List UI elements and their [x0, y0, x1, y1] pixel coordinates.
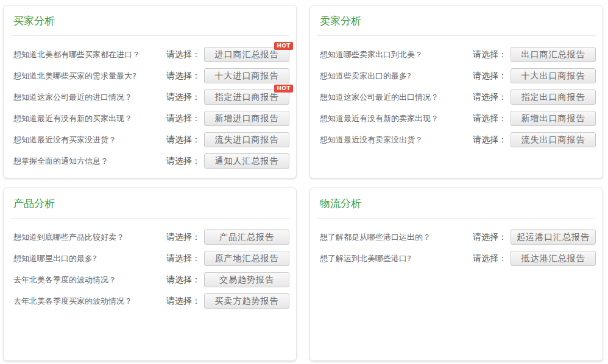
report-button-wrap: 原产地汇总报告 — [204, 251, 289, 266]
report-row: 想了解都是从哪些港口运出的？ 请选择： 起运港口汇总报告 — [317, 226, 596, 248]
report-question: 想知道最近有没有新的买家出现？ — [13, 113, 166, 124]
hot-badge: HOT — [274, 85, 293, 93]
report-button-wrap: 指定出口商报告 — [511, 89, 596, 105]
report-button-wrap: 新增出口商报告 — [511, 111, 596, 126]
report-question: 想了解都是从哪些港口运出的？ — [320, 232, 473, 243]
select-label: 请选择： — [166, 49, 200, 60]
report-button-wrap: 通知人汇总报告 — [204, 153, 289, 169]
report-button[interactable]: 抵达港汇总报告 — [511, 251, 596, 266]
report-button[interactable]: 交易趋势报告 — [204, 272, 289, 287]
panel-rows: 想知道北美都有哪些买家都在进口？ 请选择： 进口商汇总报告 HOT 想知道北美哪… — [10, 44, 289, 172]
select-label: 请选择： — [166, 232, 200, 243]
report-question: 想知道哪些卖家出口到北美？ — [320, 49, 473, 60]
report-button-wrap: 十大出口商报告 — [511, 68, 596, 83]
report-question: 想知道这家公司最近的出口情况？ — [320, 92, 473, 103]
select-label: 请选择： — [166, 275, 200, 285]
report-row: 去年北美各季度的波动情况？ 请选择： 交易趋势报告 — [10, 269, 289, 290]
report-button-wrap: 产品汇总报告 — [204, 229, 289, 245]
report-question: 想知道最近有没有新的卖家出现？ — [320, 113, 473, 124]
report-question: 想了解运到北美哪些港口? — [320, 253, 473, 264]
panel-rows: 想了解都是从哪些港口运出的？ 请选择： 起运港口汇总报告 想了解运到北美哪些港口… — [317, 226, 596, 269]
report-button-wrap: 流失出口商报告 — [511, 132, 596, 147]
panel-rows: 想知道到底哪些产品比较好卖？ 请选择： 产品汇总报告 想知道哪里出口的最多? 请… — [10, 226, 289, 312]
report-question: 想知道最近没有买家没进货？ — [13, 135, 166, 145]
report-question: 想知道哪里出口的最多? — [13, 253, 166, 264]
report-button-wrap: 新增进口商报告 — [204, 111, 289, 126]
report-button-wrap: 交易趋势报告 — [204, 272, 289, 287]
select-label: 请选择： — [166, 156, 200, 167]
report-question: 想知道北美哪些买家的需求量最大? — [13, 71, 166, 82]
select-label: 请选择： — [166, 253, 200, 264]
analysis-panel: 卖家分析 想知道哪些卖家出口到北美？ 请选择： 出口商汇总报告 想知道些卖家出口… — [309, 5, 603, 178]
report-button[interactable]: 十大出口商报告 — [511, 68, 596, 83]
select-label: 请选择： — [473, 113, 507, 124]
report-question: 去年北美各季度的波动情况？ — [13, 275, 166, 285]
report-row: 想知道最近有没有新的买家出现？ 请选择： 新增进口商报告 — [10, 108, 289, 129]
report-row: 想了解运到北美哪些港口? 请选择： 抵达港汇总报告 — [317, 248, 596, 269]
report-button[interactable]: 十大进口商报告 — [204, 68, 289, 83]
panel-title: 卖家分析 — [320, 14, 596, 27]
report-row: 想掌握全面的通知方信息？ 请选择： 通知人汇总报告 — [10, 150, 289, 172]
select-label: 请选择： — [166, 113, 200, 124]
panel-title: 产品分析 — [13, 197, 289, 210]
report-row: 想知道些卖家出口的最多? 请选择： 十大出口商报告 — [317, 65, 596, 86]
report-button[interactable]: 产品汇总报告 — [204, 229, 289, 245]
report-button-wrap: 指定进口商报告 HOT — [204, 89, 289, 105]
select-label: 请选择： — [473, 71, 507, 82]
panel-title: 买家分析 — [13, 14, 289, 27]
select-label: 请选择： — [473, 135, 507, 145]
report-question: 去年北美各季度买家的波动情况？ — [13, 296, 166, 307]
select-label: 请选择： — [166, 71, 200, 82]
panel-rows: 想知道哪些卖家出口到北美？ 请选择： 出口商汇总报告 想知道些卖家出口的最多? … — [317, 44, 596, 150]
select-label: 请选择： — [473, 92, 507, 103]
panel-divider — [317, 35, 596, 36]
report-row: 想知道这家公司最近的出口情况？ 请选择： 指定出口商报告 — [317, 86, 596, 108]
report-row: 想知道最近没有买家没进货？ 请选择： 流失进口商报告 — [10, 129, 289, 150]
panel-divider — [10, 35, 289, 36]
report-question: 想掌握全面的通知方信息？ — [13, 156, 166, 167]
report-button[interactable]: 起运港口汇总报告 — [511, 229, 596, 245]
report-row: 想知道北美哪些买家的需求量最大? 请选择： 十大进口商报告 — [10, 65, 289, 86]
select-label: 请选择： — [166, 296, 200, 307]
report-button[interactable]: 买卖方趋势报告 — [204, 293, 289, 309]
report-button-wrap: 买卖方趋势报告 — [204, 293, 289, 309]
report-question: 想知道些卖家出口的最多? — [320, 71, 473, 82]
report-question: 想知道这家公司最近的进口情况？ — [13, 92, 166, 103]
select-label: 请选择： — [473, 232, 507, 243]
report-button[interactable]: 出口商汇总报告 — [511, 47, 596, 62]
report-row: 想知道哪些卖家出口到北美？ 请选择： 出口商汇总报告 — [317, 44, 596, 65]
report-button[interactable]: 新增出口商报告 — [511, 111, 596, 126]
report-button-wrap: 十大进口商报告 — [204, 68, 289, 83]
analysis-panel: 物流分析 想了解都是从哪些港口运出的？ 请选择： 起运港口汇总报告 想了解运到北… — [309, 187, 603, 361]
select-label: 请选择： — [473, 253, 507, 264]
report-button[interactable]: 通知人汇总报告 — [204, 153, 289, 169]
hot-badge: HOT — [274, 42, 293, 50]
report-row: 想知道北美都有哪些买家都在进口？ 请选择： 进口商汇总报告 HOT — [10, 44, 289, 65]
select-label: 请选择： — [473, 49, 507, 60]
report-row: 想知道这家公司最近的进口情况？ 请选择： 指定进口商报告 HOT — [10, 86, 289, 108]
report-row: 想知道最近有没有新的卖家出现？ 请选择： 新增出口商报告 — [317, 108, 596, 129]
report-button[interactable]: 流失进口商报告 — [204, 132, 289, 147]
report-button[interactable]: 指定出口商报告 — [511, 89, 596, 105]
select-label: 请选择： — [166, 92, 200, 103]
panels-grid: 买家分析 想知道北美都有哪些买家都在进口？ 请选择： 进口商汇总报告 HOT 想… — [3, 5, 603, 361]
report-row: 想知道到底哪些产品比较好卖？ 请选择： 产品汇总报告 — [10, 226, 289, 248]
report-button[interactable]: 流失出口商报告 — [511, 132, 596, 147]
report-button-wrap: 流失进口商报告 — [204, 132, 289, 147]
analysis-panel: 买家分析 想知道北美都有哪些买家都在进口？ 请选择： 进口商汇总报告 HOT 想… — [3, 5, 297, 178]
report-button[interactable]: 原产地汇总报告 — [204, 251, 289, 266]
report-row: 想知道哪里出口的最多? 请选择： 原产地汇总报告 — [10, 248, 289, 269]
report-button-wrap: 抵达港汇总报告 — [511, 251, 596, 266]
report-row: 想知道最近没有卖家没出货？ 请选择： 流失出口商报告 — [317, 129, 596, 150]
report-question: 想知道最近没有卖家没出货？ — [320, 135, 473, 145]
report-question: 想知道到底哪些产品比较好卖？ — [13, 232, 166, 243]
report-question: 想知道北美都有哪些买家都在进口？ — [13, 49, 166, 60]
report-button[interactable]: 新增进口商报告 — [204, 111, 289, 126]
select-label: 请选择： — [166, 135, 200, 145]
analysis-panel: 产品分析 想知道到底哪些产品比较好卖？ 请选择： 产品汇总报告 想知道哪里出口的… — [3, 187, 297, 361]
report-row: 去年北美各季度买家的波动情况？ 请选择： 买卖方趋势报告 — [10, 290, 289, 312]
panel-divider — [317, 218, 596, 219]
report-button-wrap: 进口商汇总报告 HOT — [204, 47, 289, 62]
report-button-wrap: 出口商汇总报告 — [511, 47, 596, 62]
report-button-wrap: 起运港口汇总报告 — [511, 229, 596, 245]
